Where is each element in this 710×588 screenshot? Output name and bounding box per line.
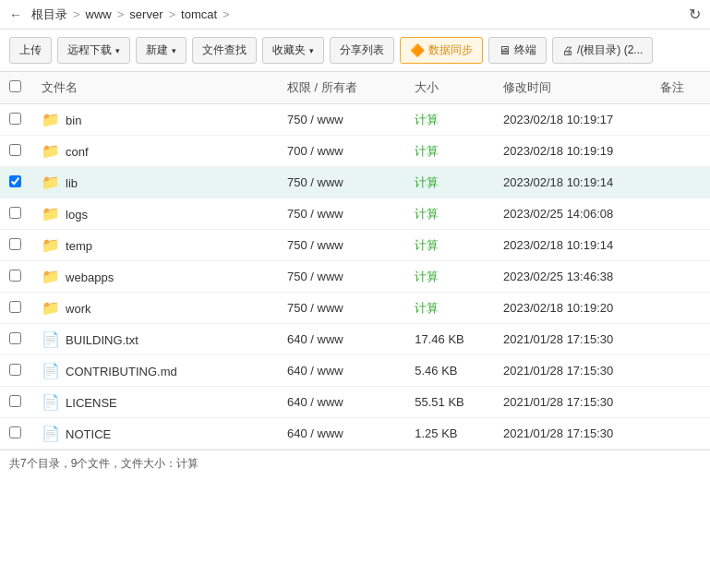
file-table: 文件名 权限 / 所有者 大小 修改时间 备注 📁bin750 / www计算2… xyxy=(0,72,710,450)
root-label: /(根目录) (2... xyxy=(577,42,643,58)
file-perm-cell: 750 / www xyxy=(278,261,405,293)
share-label: 分享列表 xyxy=(340,42,384,58)
row-checkbox[interactable] xyxy=(9,301,21,313)
file-name-text[interactable]: NOTICE xyxy=(66,427,111,441)
remote-download-button[interactable]: 远程下载 ▾ xyxy=(57,37,130,64)
breadcrumb-root[interactable]: 根目录 xyxy=(31,6,67,23)
back-icon[interactable]: ← xyxy=(9,7,22,22)
row-checkbox[interactable] xyxy=(9,364,21,376)
file-note-cell xyxy=(651,104,710,136)
refresh-button[interactable]: ↻ xyxy=(689,6,701,23)
table-row[interactable]: 📁bin750 / www计算2023/02/18 10:19:17 xyxy=(0,104,710,136)
file-name-text[interactable]: logs xyxy=(66,208,88,222)
search-button[interactable]: 文件查找 xyxy=(192,37,257,64)
row-checkbox[interactable] xyxy=(9,395,21,407)
file-name-text[interactable]: CONTRIBUTING.md xyxy=(66,365,177,378)
file-name-text[interactable]: BUILDING.txt xyxy=(66,333,138,347)
file-size-cell: 计算 xyxy=(405,261,494,293)
file-name-text[interactable]: bin xyxy=(66,114,81,127)
new-button[interactable]: 新建 ▾ xyxy=(136,37,187,64)
file-icon: 📄 xyxy=(42,331,60,347)
share-button[interactable]: 分享列表 xyxy=(330,37,394,64)
table-row[interactable]: 📁logs750 / www计算2023/02/25 14:06:08 xyxy=(0,198,710,230)
file-note-cell xyxy=(651,355,710,387)
download-caret-icon: ▾ xyxy=(115,46,120,55)
file-note-cell xyxy=(651,261,710,293)
folder-icon: 📁 xyxy=(42,300,60,316)
root-icon: 🖨 xyxy=(562,44,573,57)
file-date-cell: 2023/02/18 10:19:19 xyxy=(494,136,651,167)
file-name-text[interactable]: LICENSE xyxy=(66,396,117,410)
file-perm-cell: 640 / www xyxy=(278,355,405,387)
new-label: 新建 xyxy=(146,42,168,58)
row-checkbox[interactable] xyxy=(9,207,21,219)
file-icon: 📄 xyxy=(42,394,60,410)
file-note-cell xyxy=(651,293,710,324)
sep-3: > xyxy=(168,7,175,21)
file-note-cell xyxy=(651,230,710,261)
header-date: 修改时间 xyxy=(494,72,651,104)
file-size-cell: 计算 xyxy=(405,136,494,167)
row-checkbox[interactable] xyxy=(9,238,21,250)
header-checkbox[interactable] xyxy=(0,72,32,104)
file-perm-cell: 640 / www xyxy=(278,387,405,418)
file-name-cell: 📁temp xyxy=(32,230,278,261)
table-row[interactable]: 📄LICENSE640 / www55.51 KB2021/01/28 17:1… xyxy=(0,387,710,418)
file-size-cell: 计算 xyxy=(405,198,494,230)
sync-button[interactable]: 🔶 数据同步 xyxy=(400,37,483,64)
breadcrumb-server[interactable]: server xyxy=(129,7,162,21)
file-date-cell: 2021/01/28 17:15:30 xyxy=(494,324,651,355)
upload-button[interactable]: 上传 xyxy=(9,37,52,64)
table-row[interactable]: 📁conf700 / www计算2023/02/18 10:19:19 xyxy=(0,136,710,167)
file-date-cell: 2021/01/28 17:15:30 xyxy=(494,355,651,387)
file-name-text[interactable]: work xyxy=(66,302,90,316)
table-row[interactable]: 📁temp750 / www计算2023/02/18 10:19:14 xyxy=(0,230,710,261)
table-row[interactable]: 📁lib750 / www计算2023/02/18 10:19:14 xyxy=(0,167,710,198)
file-date-cell: 2023/02/25 13:46:38 xyxy=(494,261,651,293)
sep-2: > xyxy=(117,7,125,21)
file-name-cell: 📄CONTRIBUTING.md xyxy=(32,355,278,387)
table-row[interactable]: 📄BUILDING.txt640 / www17.46 KB2021/01/28… xyxy=(0,324,710,355)
terminal-label: 终端 xyxy=(514,42,536,58)
file-name-text[interactable]: conf xyxy=(66,145,89,159)
folder-icon: 📁 xyxy=(42,206,60,222)
file-name-text[interactable]: webapps xyxy=(66,270,114,284)
folder-icon: 📁 xyxy=(42,237,60,253)
breadcrumb-tomcat[interactable]: tomcat xyxy=(181,7,217,21)
file-note-cell xyxy=(651,418,710,450)
file-note-cell xyxy=(651,136,710,167)
row-checkbox[interactable] xyxy=(9,144,21,156)
file-size-cell: 5.46 KB xyxy=(405,355,494,387)
row-checkbox[interactable] xyxy=(9,332,21,344)
table-header-row: 文件名 权限 / 所有者 大小 修改时间 备注 xyxy=(0,72,710,104)
file-size-cell: 计算 xyxy=(405,230,494,261)
row-checkbox[interactable] xyxy=(9,426,21,438)
favorites-caret-icon: ▾ xyxy=(309,46,314,55)
file-size-cell: 计算 xyxy=(405,104,494,136)
new-caret-icon: ▾ xyxy=(172,46,176,55)
sync-icon: 🔶 xyxy=(410,43,425,57)
favorites-button[interactable]: 收藏夹 ▾ xyxy=(262,37,324,64)
toolbar: 上传 远程下载 ▾ 新建 ▾ 文件查找 收藏夹 ▾ 分享列表 🔶 数据同步 🖥 … xyxy=(0,30,710,72)
file-name-text[interactable]: lib xyxy=(66,176,78,190)
terminal-button[interactable]: 🖥 终端 xyxy=(488,37,547,64)
select-all-checkbox[interactable] xyxy=(9,80,21,92)
remote-download-label: 远程下载 xyxy=(67,42,112,58)
row-checkbox[interactable] xyxy=(9,270,21,282)
breadcrumb-www[interactable]: www xyxy=(86,7,112,21)
file-date-cell: 2021/01/28 17:15:30 xyxy=(494,387,651,418)
root-button[interactable]: 🖨 /(根目录) (2... xyxy=(552,37,653,64)
row-checkbox[interactable] xyxy=(9,175,21,187)
table-row[interactable]: 📄CONTRIBUTING.md640 / www5.46 KB2021/01/… xyxy=(0,355,710,387)
file-note-cell xyxy=(651,167,710,198)
terminal-icon: 🖥 xyxy=(499,43,511,57)
table-row[interactable]: 📁work750 / www计算2023/02/18 10:19:20 xyxy=(0,293,710,324)
table-row[interactable]: 📁webapps750 / www计算2023/02/25 13:46:38 xyxy=(0,261,710,293)
file-table-container: 文件名 权限 / 所有者 大小 修改时间 备注 📁bin750 / www计算2… xyxy=(0,72,710,450)
file-name-text[interactable]: temp xyxy=(66,239,92,253)
file-name-cell: 📁lib xyxy=(32,167,278,198)
row-checkbox[interactable] xyxy=(9,113,21,125)
file-perm-cell: 750 / www xyxy=(278,167,405,198)
table-row[interactable]: 📄NOTICE640 / www1.25 KB2021/01/28 17:15:… xyxy=(0,418,710,450)
file-name-cell: 📄BUILDING.txt xyxy=(32,324,278,355)
